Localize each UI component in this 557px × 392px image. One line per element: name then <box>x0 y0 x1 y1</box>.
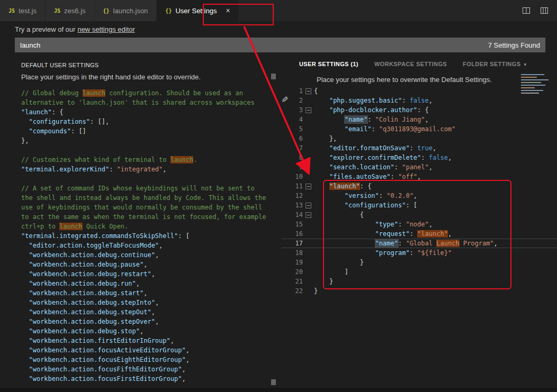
code-line[interactable]: alternative to 'launch.json' that is sha… <box>21 98 273 107</box>
fold-spacer <box>303 162 314 172</box>
code-line[interactable]: "workbench.action.debug.start", <box>21 288 273 298</box>
code-line[interactable]: "workbench.action.focusFirstEditorGroup"… <box>21 374 273 384</box>
tab-label: launch.json <box>113 7 148 15</box>
code-line[interactable]: 15 "type": "node", <box>282 220 557 229</box>
line-number: 12 <box>282 191 303 200</box>
code-line[interactable]: "workbench.action.focusActiveEditorGroup… <box>21 345 273 355</box>
fold-spacer <box>303 96 314 105</box>
code-line[interactable]: // Customizes what kind of terminal to l… <box>21 155 273 165</box>
line-number: 16 <box>282 229 303 239</box>
tab-workspace-settings-scope[interactable]: WORKSPACE SETTINGS <box>374 61 447 67</box>
javascript-file-icon: JS <box>8 8 15 14</box>
code-line[interactable]: "compounds": [] <box>21 126 273 136</box>
default-settings-editor[interactable]: // Global debug launch configuration. Sh… <box>21 88 273 392</box>
code-line[interactable]: "launch": { <box>21 107 273 117</box>
fold-spacer <box>303 258 314 267</box>
code-line[interactable]: "terminal.integrated.commandsToSkipShell… <box>21 231 273 241</box>
line-number: 10 <box>282 172 303 181</box>
code-line[interactable]: 19 } <box>282 258 557 267</box>
code-line[interactable]: 6 }, <box>282 134 557 143</box>
code-line[interactable]: use of keybindings that would normally b… <box>21 203 273 212</box>
fold-spacer <box>303 277 314 286</box>
tab-user-settings-scope[interactable]: USER SETTINGS (1) <box>299 61 358 67</box>
code-line[interactable]: 2 "php.suggest.basic": false, <box>282 96 557 105</box>
code-line[interactable]: "workbench.action.debug.stepOut", <box>21 307 273 317</box>
fold-collapse-icon[interactable]: − <box>303 181 314 191</box>
code-line[interactable]: 10 "files.autoSave": "off", <box>282 172 557 181</box>
scrollbar-decoration-top <box>271 74 276 79</box>
code-line[interactable]: 9 "search.location": "panel", <box>282 162 557 172</box>
code-line[interactable]: "workbench.action.debug.pause", <box>21 260 273 269</box>
tab-folder-settings-scope[interactable]: FOLDER SETTINGS▾ <box>463 61 526 67</box>
code-line[interactable]: 8 "explorer.confirmDelete": false, <box>282 153 557 162</box>
minimap[interactable] <box>521 74 554 102</box>
fold-collapse-icon[interactable]: − <box>303 200 314 210</box>
code-line[interactable]: the shell and instead always be handled … <box>21 193 273 203</box>
user-settings-subtitle: Place your settings here to overwrite th… <box>317 76 492 84</box>
user-settings-editor[interactable]: 1−{2 "php.suggest.basic": false,3− "php-… <box>282 86 557 392</box>
code-line[interactable]: ctrl+p to launch Quick Open. <box>21 222 273 231</box>
code-line[interactable]: 4 "name": "Colin Jiang", <box>282 115 557 124</box>
code-line[interactable]: 1−{ <box>282 86 557 96</box>
edit-setting-pencil-icon[interactable]: ✎ <box>281 95 288 105</box>
code-line[interactable]: // A set of command IDs whose keybinding… <box>21 184 273 193</box>
code-line[interactable]: "workbench.action.debug.stop", <box>21 326 273 336</box>
code-line[interactable]: "terminal.explorerKind": "integrated", <box>21 165 273 174</box>
code-line[interactable]: "workbench.action.focusEighthEditorGroup… <box>21 355 273 364</box>
code-line[interactable]: "workbench.action.debug.stepOver", <box>21 317 273 326</box>
code-line[interactable]: "workbench.action.firstEditorInGroup", <box>21 336 273 345</box>
code-line[interactable]: 7 "editor.formatOnSave": true, <box>282 143 557 153</box>
new-settings-editor-link[interactable]: new settings editor <box>77 25 134 33</box>
line-number: 9 <box>282 162 303 172</box>
fold-collapse-icon[interactable]: − <box>303 86 314 96</box>
line-number: 17 <box>282 239 303 248</box>
split-editor-icon[interactable] <box>522 6 531 15</box>
code-line[interactable]: "workbench.action.debug.restart", <box>21 269 273 279</box>
tab-user-settings[interactable]: {} User Settings × <box>157 0 239 21</box>
settings-search-bar[interactable]: launch 7 Settings Found <box>15 38 545 52</box>
code-line[interactable]: 14− { <box>282 210 557 220</box>
code-line[interactable] <box>21 174 273 184</box>
code-line[interactable] <box>21 145 273 155</box>
code-line[interactable]: 5 "email": "q3011893@gmail.com" <box>282 124 557 134</box>
code-line[interactable]: 13− "configurations": [ <box>282 200 557 210</box>
line-number: 5 <box>282 124 303 134</box>
tab-test-js[interactable]: JS test.js <box>0 0 46 21</box>
code-line[interactable]: "workbench.action.debug.continue", <box>21 250 273 260</box>
code-line[interactable]: "configurations": [], <box>21 117 273 126</box>
search-input[interactable]: launch <box>20 41 40 49</box>
line-number: 14 <box>282 210 303 220</box>
line-number: 11 <box>282 181 303 191</box>
user-settings-panel: USER SETTINGS (1) WORKSPACE SETTINGS FOL… <box>282 52 557 392</box>
code-line[interactable]: 21 } <box>282 277 557 286</box>
code-line[interactable]: 18 "program": "${file}" <box>282 248 557 258</box>
editor-layout-icon[interactable] <box>540 6 549 15</box>
default-user-settings-title: DEFAULT USER SETTINGS <box>21 62 98 68</box>
tab-launch-json[interactable]: {} launch.json <box>95 0 157 21</box>
code-line[interactable]: 11− "launch": { <box>282 181 557 191</box>
code-line[interactable]: 20 ] <box>282 267 557 277</box>
code-line[interactable]: 12 "version": "0.2.0", <box>282 191 557 200</box>
tab-zes6-js[interactable]: JS zes6.js <box>46 0 95 21</box>
code-line[interactable]: "workbench.action.debug.stepInto", <box>21 298 273 307</box>
close-tab-icon[interactable]: × <box>226 6 230 15</box>
code-line[interactable]: to act the same as when the terminal is … <box>21 212 273 222</box>
code-line[interactable]: "workbench.action.debug.run", <box>21 279 273 288</box>
fold-collapse-icon[interactable]: − <box>303 105 314 115</box>
line-number: 19 <box>282 258 303 267</box>
code-line[interactable]: 17 "name": "Global Launch Program", <box>282 239 557 248</box>
fold-spacer <box>303 124 314 134</box>
code-line[interactable]: "editor.action.toggleTabFocusMode", <box>21 241 273 250</box>
editor-actions <box>522 0 557 21</box>
code-line[interactable]: "workbench.action.focusFifthEditorGroup"… <box>21 364 273 374</box>
json-file-icon: {} <box>103 8 110 14</box>
code-line[interactable]: // Global debug launch configuration. Sh… <box>21 88 273 98</box>
fold-spacer <box>303 239 314 248</box>
code-line[interactable]: 16 "request": "launch", <box>282 229 557 239</box>
code-line[interactable]: 3− "php-docblocker.author": { <box>282 105 557 115</box>
code-line[interactable]: 22} <box>282 286 557 296</box>
notice-text: Try a preview of our <box>15 25 75 33</box>
tab-label: User Settings <box>175 7 217 15</box>
fold-collapse-icon[interactable]: − <box>303 210 314 220</box>
code-line[interactable]: }, <box>21 136 273 145</box>
